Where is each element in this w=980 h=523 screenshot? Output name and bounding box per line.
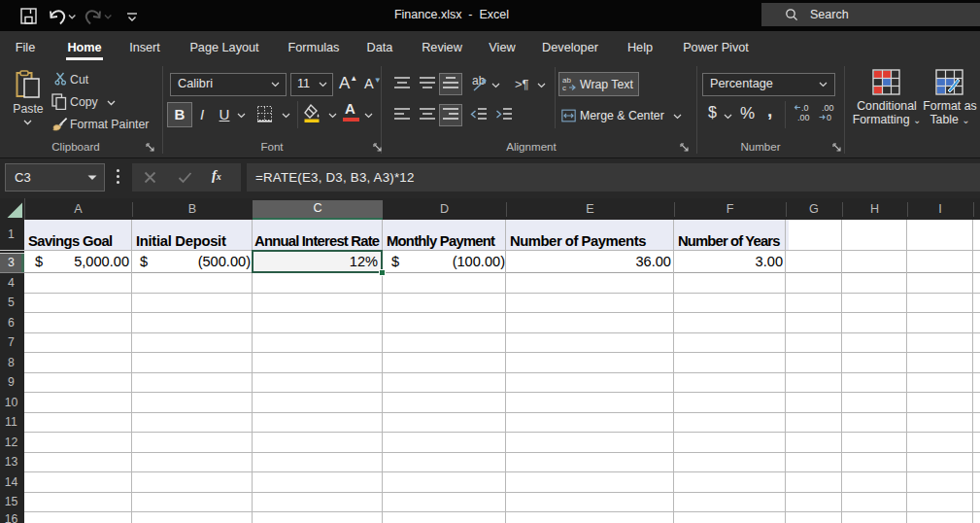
svg-text:.0: .0 <box>801 103 809 113</box>
svg-text:0: 0 <box>827 113 831 122</box>
svg-text:.00: .00 <box>797 113 810 122</box>
svg-text:c: c <box>562 84 566 91</box>
svg-text:.00: .00 <box>822 103 834 113</box>
